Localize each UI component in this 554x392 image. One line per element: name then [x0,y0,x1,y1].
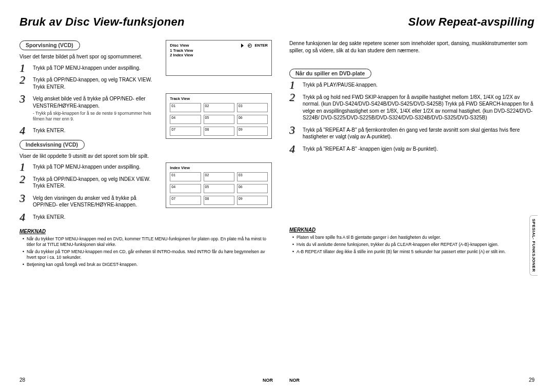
step-text: Trykk ENTER. [33,214,66,220]
left-notes: Når du trykker TOP MENU-knappen med en D… [19,236,272,267]
step-number: 3 [19,93,25,105]
step-text: Trykk på OPP/NED-knappen, og velg TRACK … [33,77,152,90]
screen-disc-view: Disc View ↵ ENTER 1 Track View 2 Index V… [166,40,272,76]
right-notes: Platen vil bare spille fra A til B gjent… [289,235,535,255]
step-text: Trykk på OPP/NED-knappen, og velg INDEX … [33,176,150,189]
thumb-track-view: Track View 010203040506070809 [166,93,272,139]
step-text: Trykk på TOP MENU-knappen under avspilli… [33,65,141,71]
thumbnail-cell: 09 [237,196,268,205]
sporvisning-steps: 1Trykk på TOP MENU-knappen under avspill… [19,65,161,134]
step-text: Trykk på "REPEAT A-B" på fjernkontrollen… [303,127,520,140]
thumbnail-cell: 08 [204,127,234,136]
step-number: 1 [19,161,25,173]
note-item: Betjening kan også foregå ved bruk av DI… [23,262,272,267]
thumbnail-cell: 02 [204,172,234,181]
note-header: MERKNAD [19,229,272,234]
step-number: 3 [19,193,25,204]
step-text: Trykk ENTER. [33,128,66,133]
step-number: 4 [289,143,295,155]
pill-indeksvisning: Indeksvisning (VCD) [19,140,85,150]
thumbnail-cell: 03 [237,103,268,112]
thumbnail-cell: 03 [237,172,268,181]
step-subnote: - Trykk på skip-knappen for å se de nest… [33,111,161,122]
thumbnail-cell: 07 [170,196,201,205]
page-number: 28 [19,377,25,383]
step-text: Trykk på "REPEAT A-B" -knappen igjen (va… [303,146,438,152]
step-text: Trykk på TOP MENU-knappen under avspilli… [33,164,141,170]
thumb-title: Track View [170,96,268,101]
thumb-index-view: Index View 010203040506070809 [166,162,272,208]
enter-icon: ↵ [248,44,252,48]
page-number: 29 [529,377,535,383]
play-icon [241,44,244,48]
step-number: 4 [19,125,25,136]
step-text: Trykk på og hold ned FWD SKIP-knappen fo… [303,94,533,121]
step-number: 1 [289,79,295,91]
note-item: A-B REPEAT tillater deg ikke å stille in… [292,249,535,255]
note-item: Platen vil bare spille fra A til B gjent… [292,235,535,240]
screen-row: 1 Track View [170,48,268,53]
thumbnail-cell: 04 [170,184,201,193]
side-tab-spesial: SPESIAL- FUNKSJONER [529,215,538,276]
note-item: Hvis du vil avslutte denne funksjonen, t… [292,242,535,247]
step-number: 2 [19,74,25,86]
lang-code: NOR [289,378,300,383]
thumbnail-cell: 01 [170,172,201,181]
step-number: 2 [289,92,295,103]
step-number: 1 [19,63,25,74]
thumb-title: Index View [170,166,268,170]
step-number: 3 [289,125,295,136]
note-item: Når du trykker på TOP MENU-knappen med e… [23,249,272,260]
indeksvisning-steps: 1Trykk på TOP MENU-knappen under avspill… [19,163,161,220]
step-text: Velg ønsket bilde ved å trykke på OPP/NE… [33,96,146,109]
page-title-right: Slow Repeat-avspilling [289,15,535,29]
screen-title: Disc View [170,43,189,48]
right-page: Slow Repeat-avspilling Denne funksjonen … [277,15,535,383]
thumbnail-cell: 06 [237,184,268,193]
lang-code: NOR [263,378,273,383]
step-text: Trykk på PLAY/PAUSE-knappen. [303,82,378,88]
left-page: Bruk av Disc View-funksjonen Sporvisning… [19,15,277,383]
enter-label: ENTER [255,43,268,48]
thumbnail-cell: 05 [204,115,234,124]
step-number: 2 [19,174,25,185]
step-text: Velg den visningen du ønsker ved å trykk… [33,195,137,208]
thumbnail-cell: 07 [170,127,201,136]
thumbnail-cell: 01 [170,103,201,112]
note-header: MERKNAD [289,227,535,233]
screen-row: 2 Index View [170,53,268,57]
sporvisning-lead: Viser det første bildet på hvert spor og… [19,53,161,60]
thumbnail-cell: 08 [204,196,234,205]
thumbnail-cell: 06 [237,115,268,124]
thumbnail-cell: 04 [170,115,201,124]
thumbnail-cell: 05 [204,184,234,193]
indeksvisning-lead: Viser de likt oppdelte 9 utsnitt av det … [19,153,161,160]
note-item: Når du trykker TOP MENU-knappen med en D… [23,236,272,247]
right-intro: Denne funksjonen lar deg sakte repetere … [289,40,535,54]
thumbnail-cell: 02 [204,103,234,112]
page-title-left: Bruk av Disc View-funksjonen [19,15,272,29]
pill-dvd-play: Når du spiller en DVD-plate [289,69,371,78]
pill-sporvisning: Sporvisning (VCD) [19,40,80,50]
step-number: 4 [19,212,25,223]
thumbnail-cell: 09 [237,127,268,136]
slow-repeat-steps: 1Trykk på PLAY/PAUSE-knappen. 2Trykk på … [289,81,535,152]
